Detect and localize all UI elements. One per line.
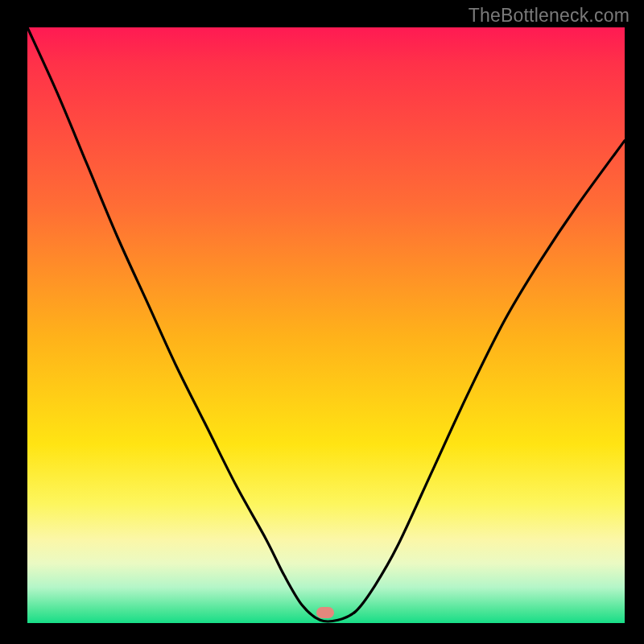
watermark-text: TheBottleneck.com: [469, 5, 630, 27]
plot-area: [27, 27, 625, 623]
bottleneck-curve: [27, 27, 625, 623]
chart-frame: TheBottleneck.com: [0, 0, 644, 644]
optimal-point-marker: [316, 607, 334, 618]
